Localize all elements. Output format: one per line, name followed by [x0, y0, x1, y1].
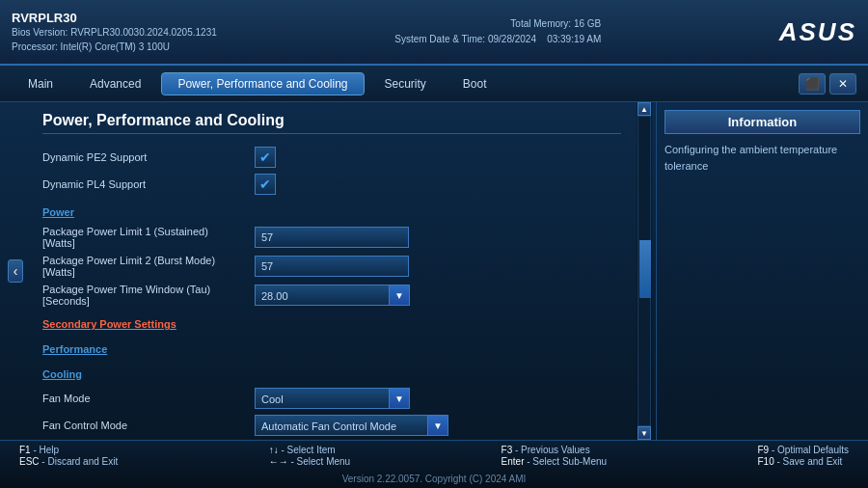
checkmark-icon: ✔ [259, 149, 271, 165]
scrollbar: ▲ ▼ [637, 102, 652, 440]
scroll-down-button[interactable]: ▼ [637, 426, 651, 440]
pkg-time-label: Package Power Time Window (Tau)[Seconds] [42, 284, 255, 307]
secondary-power-link[interactable]: Secondary Power Settings [42, 312, 176, 332]
dynamic-pl4-checkbox[interactable]: ✔ [255, 174, 276, 195]
power-section-header[interactable]: Power [42, 201, 74, 220]
power-section-row: Power [42, 198, 621, 223]
asus-logo: ASUS [779, 17, 856, 47]
processor-label: Processor: [12, 41, 58, 52]
tab-power[interactable]: Power, Performance and Cooling [161, 72, 364, 95]
key-arrows-ud: ↑↓ - Select Item [269, 445, 350, 455]
cooling-section-header[interactable]: Cooling [42, 363, 82, 382]
pkg-time-dropdown: 28.00 ▼ [255, 285, 621, 306]
performance-section-row: Performance [42, 335, 621, 360]
processor-value: Intel(R) Core(TM) 3 100U [61, 41, 170, 52]
setting-pkg-time: Package Power Time Window (Tau)[Seconds]… [42, 281, 621, 310]
content-panel: Power, Performance and Cooling Dynamic P… [31, 102, 633, 440]
scroll-up-button[interactable]: ▲ [637, 102, 651, 116]
close-button[interactable]: ✕ [829, 73, 856, 95]
key-f3: F3 - Previous Values [502, 445, 608, 455]
tab-advanced[interactable]: Advanced [73, 72, 157, 95]
info-panel: Information Configuring the ambient temp… [656, 102, 868, 440]
fan-control-arrow[interactable]: ▼ [427, 415, 448, 436]
performance-section-header[interactable]: Performance [42, 338, 107, 357]
setting-secondary-power: Secondary Power Settings [42, 310, 621, 335]
scroll-track [637, 116, 651, 426]
fan-mode-value: Cool ▼ [255, 388, 621, 409]
footer-group-3: F3 - Previous Values Enter - Select Sub-… [502, 445, 608, 467]
key-f1: F1 - Help [19, 445, 118, 455]
header-left: RVRPLR30 Bios Version: RVRPLR30.0030.202… [12, 11, 217, 54]
fan-control-field[interactable]: Automatic Fan Control Mode [255, 415, 428, 436]
key-f9: F9 - Optimal Defaults [757, 445, 848, 455]
footer-keys: F1 - Help ESC - Discard and Exit ↑↓ - Se… [0, 445, 868, 467]
nav-bar: Main Advanced Power, Performance and Coo… [0, 66, 868, 102]
pkg-limit2-label: Package Power Limit 2 (Burst Mode)[Watts… [42, 255, 255, 278]
header-center: Total Memory: 16 GB System Date & Time: … [394, 16, 601, 47]
key-f10: F10 - Save and Exit [757, 456, 848, 467]
dynamic-pe2-value: ✔ [255, 147, 621, 168]
setting-dynamic-pl4: Dynamic PL4 Support ✔ [42, 171, 621, 198]
bios-version: RVRPLR30.0030.2024.0205.1231 [70, 27, 217, 38]
info-title: Information [665, 110, 860, 134]
memory-info: Total Memory: 16 GB [510, 16, 601, 32]
tab-main[interactable]: Main [12, 72, 69, 95]
footer-version: Version 2.22.0057. Copyright (C) 2024 AM… [0, 474, 868, 486]
datetime-info: System Date & Time: 09/28/2024 03:39:19 … [394, 32, 601, 47]
pkg-time-arrow[interactable]: ▼ [389, 285, 410, 306]
dynamic-pl4-value: ✔ [255, 174, 621, 195]
fan-control-dropdown: Automatic Fan Control Mode ▼ [255, 415, 621, 436]
dynamic-pl4-label: Dynamic PL4 Support [42, 178, 255, 190]
footer-group-2: ↑↓ - Select Item ←→ - Select Menu [269, 445, 350, 467]
left-arrow-button[interactable]: ‹ [8, 259, 23, 283]
pkg-limit1-label: Package Power Limit 1 (Sustained)[Watts] [42, 226, 255, 249]
panel-title: Power, Performance and Cooling [42, 112, 621, 134]
dynamic-pe2-label: Dynamic PE2 Support [42, 151, 255, 163]
main-content: ‹ Power, Performance and Cooling Dynamic… [0, 102, 868, 440]
pkg-time-field[interactable]: 28.00 [255, 285, 390, 306]
footer-group-4: F9 - Optimal Defaults F10 - Save and Exi… [757, 445, 848, 467]
fan-mode-arrow[interactable]: ▼ [389, 388, 410, 409]
setting-fan-control: Fan Control Mode Automatic Fan Control M… [42, 412, 621, 439]
dynamic-pe2-checkbox[interactable]: ✔ [255, 147, 276, 168]
left-nav: ‹ [0, 102, 31, 440]
checkmark-pl4-icon: ✔ [259, 176, 271, 192]
pkg-limit1-value [255, 227, 621, 248]
content-area: Power, Performance and Cooling Dynamic P… [31, 102, 656, 440]
setting-pkg-limit1: Package Power Limit 1 (Sustained)[Watts] [42, 223, 621, 252]
pkg-limit2-input[interactable] [255, 256, 409, 277]
footer: F1 - Help ESC - Discard and Exit ↑↓ - Se… [0, 440, 868, 488]
setting-dynamic-pe2: Dynamic PE2 Support ✔ [42, 144, 621, 171]
fan-control-value: Automatic Fan Control Mode ▼ [255, 415, 621, 436]
header: RVRPLR30 Bios Version: RVRPLR30.0030.202… [0, 0, 868, 66]
cooling-section-row: Cooling [42, 360, 621, 385]
key-esc: ESC - Discard and Exit [19, 456, 118, 467]
info-text: Configuring the ambient temperature tole… [665, 142, 860, 174]
setting-fan-mode: Fan Mode Cool ▼ [42, 385, 621, 412]
fan-mode-dropdown: Cool ▼ [255, 388, 621, 409]
fan-mode-field[interactable]: Cool [255, 388, 390, 409]
bios-info: Bios Version: RVRPLR30.0030.2024.0205.12… [12, 25, 217, 54]
fan-mode-label: Fan Mode [42, 393, 255, 404]
bios-version-label: Bios Version: [12, 27, 68, 38]
tab-boot[interactable]: Boot [447, 72, 503, 95]
scroll-thumb[interactable] [639, 240, 651, 298]
pkg-limit1-input[interactable] [255, 227, 409, 248]
model-name: RVRPLR30 [12, 11, 217, 25]
pkg-time-value: 28.00 ▼ [255, 285, 621, 306]
pkg-limit2-value [255, 256, 621, 277]
nav-buttons: ⬛ ✕ [799, 73, 856, 95]
display-button[interactable]: ⬛ [799, 73, 826, 95]
settings-list: Dynamic PE2 Support ✔ Dynamic PL4 Suppor… [42, 144, 621, 439]
key-enter: Enter - Select Sub-Menu [502, 456, 608, 467]
setting-pkg-limit2: Package Power Limit 2 (Burst Mode)[Watts… [42, 252, 621, 281]
tab-security[interactable]: Security [368, 72, 443, 95]
footer-group-1: F1 - Help ESC - Discard and Exit [19, 445, 118, 467]
key-arrows-lr: ←→ - Select Menu [269, 456, 350, 467]
fan-control-label: Fan Control Mode [42, 420, 255, 431]
